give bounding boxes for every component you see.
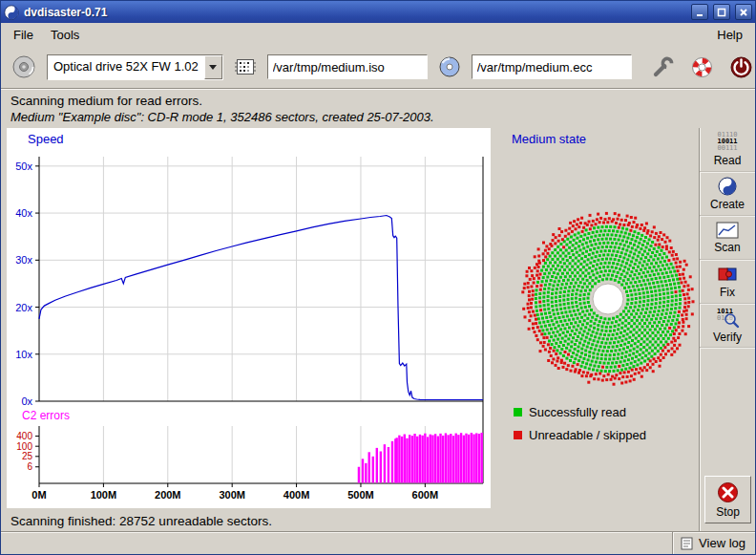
- svg-text:0x: 0x: [21, 395, 32, 407]
- verify-icon: 1011 0110: [715, 308, 740, 329]
- svg-text:30x: 30x: [15, 254, 32, 266]
- toolbar: Optical drive 52X FW 1.02: [1, 46, 755, 89]
- svg-text:50x: 50x: [15, 160, 32, 172]
- verify-label: Verify: [713, 331, 742, 344]
- legend-swatch-red: [514, 431, 522, 439]
- status-block: Scanning medium for read errors. Medium …: [1, 89, 755, 128]
- legend-swatch-green: [514, 408, 522, 416]
- medium-state-disc: [517, 208, 699, 390]
- drive-select-value: Optical drive 52X FW 1.02: [48, 55, 204, 79]
- sidebar-button-fix[interactable]: Fix: [700, 260, 755, 304]
- drive-button[interactable]: [9, 52, 39, 82]
- fix-label: Fix: [720, 286, 735, 299]
- minimize-button[interactable]: [691, 4, 708, 20]
- title-bar: dvdisaster-0.71: [1, 1, 755, 23]
- svg-text:C2 errors: C2 errors: [22, 409, 70, 422]
- maximize-icon: [717, 8, 726, 17]
- close-button[interactable]: [735, 4, 752, 20]
- view-log-button[interactable]: View log: [672, 532, 755, 554]
- power-icon: [728, 54, 754, 80]
- fix-puzzle-icon: [717, 265, 738, 284]
- legend-item-unreadable: Unreadable / skipped: [514, 428, 699, 442]
- read-label: Read: [714, 154, 742, 167]
- action-sidebar: 01110 10011 00111 Read Create: [699, 128, 755, 531]
- lifebuoy-icon: [689, 54, 715, 80]
- drive-select[interactable]: Optical drive 52X FW 1.02: [47, 54, 223, 80]
- svg-text:6: 6: [27, 461, 32, 472]
- read-icon: 01110 10011 00111: [717, 132, 737, 152]
- scan-curve-icon: [716, 222, 739, 239]
- close-icon: [739, 8, 748, 17]
- legend-label-read: Successfully read: [529, 405, 626, 419]
- svg-text:10x: 10x: [15, 349, 32, 360]
- sidebar-button-scan[interactable]: Scan: [700, 216, 755, 260]
- scan-result-status: Scanning finished: 28752 unreadable sect…: [1, 508, 699, 534]
- stop-icon: [717, 481, 739, 503]
- drive-icon: [11, 54, 36, 79]
- svg-text:600M: 600M: [412, 489, 439, 501]
- drive-select-arrow[interactable]: [204, 55, 222, 79]
- svg-text:100: 100: [16, 441, 32, 452]
- svg-text:400M: 400M: [284, 489, 310, 501]
- status-line-medium: Medium "Example disc": CD-R mode 1, 3524…: [10, 110, 746, 124]
- medium-state-title: Medium state: [512, 132, 699, 153]
- sidebar-button-create[interactable]: Create: [700, 172, 755, 216]
- main-area: Speed 0x10x20x30x40x50x4001002560M100M20…: [1, 128, 755, 531]
- legend: Successfully read Unreadable / skipped: [514, 405, 699, 442]
- sidebar-button-read[interactable]: 01110 10011 00111 Read: [700, 128, 755, 172]
- wrench-icon: [650, 54, 676, 80]
- svg-text:300M: 300M: [219, 489, 245, 501]
- svg-text:40x: 40x: [15, 207, 32, 219]
- log-icon: [681, 537, 693, 550]
- sidebar-button-verify[interactable]: 1011 0110 Verify: [700, 304, 755, 348]
- view-log-label: View log: [699, 536, 746, 550]
- minimize-icon: [695, 8, 704, 17]
- ecc-file-button[interactable]: [435, 53, 464, 81]
- chevron-down-icon: [209, 65, 217, 70]
- svg-text:500M: 500M: [347, 489, 374, 501]
- ecc-path-input[interactable]: [472, 54, 632, 79]
- image-file-icon: [234, 55, 257, 78]
- app-window: dvdisaster-0.71 File Tools Help Optical …: [0, 0, 756, 555]
- preferences-button[interactable]: [647, 52, 679, 83]
- menu-item-tools[interactable]: Tools: [42, 25, 88, 45]
- sidebar-spacer: [700, 348, 755, 472]
- svg-text:400: 400: [16, 431, 32, 441]
- help-button[interactable]: [686, 52, 718, 83]
- ecc-disc-icon: [438, 55, 461, 78]
- menu-bar: File Tools Help: [1, 23, 755, 46]
- legend-label-unreadable: Unreadable / skipped: [529, 428, 646, 442]
- chart-row: Speed 0x10x20x30x40x50x4001002560M100M20…: [1, 128, 699, 508]
- speed-c2-chart: 0x10x20x30x40x50x4001002560M100M200M300M…: [7, 149, 489, 506]
- svg-text:100M: 100M: [91, 489, 117, 501]
- menu-item-file[interactable]: File: [5, 25, 42, 45]
- stop-label: Stop: [716, 505, 740, 519]
- scan-label: Scan: [714, 241, 740, 254]
- bottom-bar: View log: [1, 531, 755, 554]
- svg-text:200M: 200M: [155, 489, 181, 501]
- svg-text:20x: 20x: [15, 302, 32, 313]
- iso-path-input[interactable]: [267, 54, 428, 79]
- speed-chart-title: Speed: [7, 128, 491, 149]
- app-icon: [4, 5, 19, 20]
- maximize-button[interactable]: [713, 4, 730, 20]
- create-label: Create: [710, 198, 745, 211]
- status-line-action: Scanning medium for read errors.: [10, 94, 746, 108]
- medium-state-panel: Medium state Successfully read Unreadabl…: [491, 128, 699, 508]
- menu-item-help[interactable]: Help: [708, 25, 751, 45]
- window-title: dvdisaster-0.71: [24, 6, 686, 19]
- left-column: Speed 0x10x20x30x40x50x4001002560M100M20…: [1, 128, 699, 531]
- svg-text:25: 25: [22, 451, 33, 461]
- stop-button[interactable]: Stop: [704, 476, 751, 523]
- iso-file-button[interactable]: [231, 53, 260, 81]
- quit-button[interactable]: [725, 52, 756, 83]
- scan-chart-widget: Speed 0x10x20x30x40x50x4001002560M100M20…: [7, 128, 491, 508]
- legend-item-read: Successfully read: [514, 405, 699, 419]
- create-yinyang-icon: [718, 177, 737, 196]
- svg-text:0M: 0M: [32, 489, 46, 501]
